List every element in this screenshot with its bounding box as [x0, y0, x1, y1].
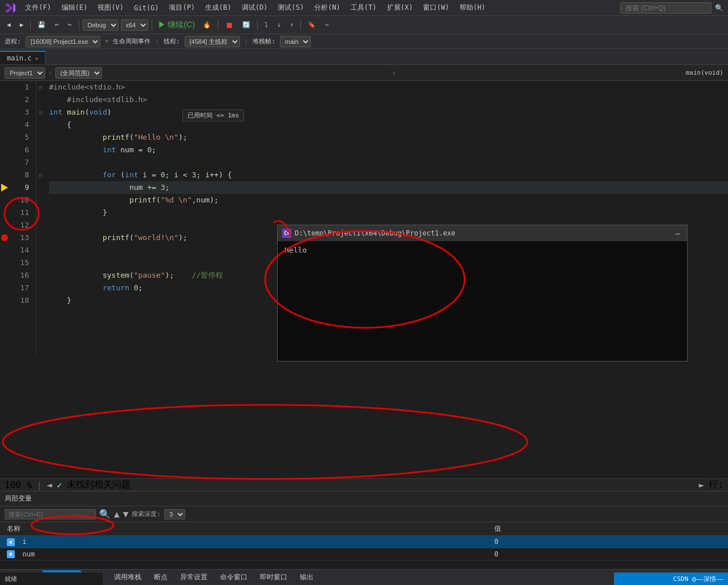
bottom-status-left: 就绪: [0, 572, 103, 585]
console-body: Hello: [278, 241, 687, 361]
code-line-8: for (int i = 0; i < 3; i++) {: [49, 169, 728, 181]
bp-empty-12: [0, 219, 9, 231]
menu-analyze[interactable]: 分析(N): [310, 2, 345, 14]
ln-11: 11: [14, 206, 29, 219]
sort-down-icon[interactable]: ▼: [123, 509, 129, 519]
tab-breakpoints[interactable]: 断点: [148, 570, 173, 584]
ln-17: 17: [14, 282, 29, 294]
depth-label: 搜索深度:: [132, 510, 161, 518]
console-minimize-icon[interactable]: —: [673, 229, 682, 238]
menu-extensions[interactable]: 扩展(X): [383, 2, 418, 14]
code-line-2: #include<stdlib.h>: [49, 94, 728, 106]
bp-empty-14: [0, 244, 9, 257]
toolbar: ◀ ▶ 💾 ↩ ↪ Debug x64 ▶ 继续(C) 🔥 ⏹ 🔄 ⤵ ↓ ↑ …: [0, 16, 728, 34]
path-arrow-icon: ›: [47, 67, 53, 78]
ln-16: 16: [14, 269, 29, 282]
toolbar-restart-btn[interactable]: 🔄: [239, 20, 254, 30]
menu-bar: 文件(F) 编辑(E) 视图(V) Git(G) 项目(P) 生成(B) 调试(…: [0, 0, 728, 16]
bp-empty-18: [0, 294, 9, 307]
bp-empty-2: [0, 94, 9, 106]
toolbar-back-btn[interactable]: ◀: [3, 20, 14, 30]
fold-3[interactable]: ⊟: [36, 106, 44, 119]
arch-select[interactable]: x64: [121, 19, 148, 31]
menu-window[interactable]: 窗口(W): [418, 2, 454, 14]
toolbar-bookmark-btn[interactable]: 🔖: [304, 20, 319, 30]
process-bar: 进程: [16008] Project1.exe ▼ 生命周期事件 | 线程: …: [0, 34, 728, 49]
debug-config-select[interactable]: Debug: [83, 19, 119, 31]
ln-15: 15: [14, 257, 29, 269]
toolbar-stop-btn[interactable]: ⏹: [222, 19, 237, 31]
status-arrow-right[interactable]: ►: [699, 480, 705, 490]
toolbar-step-out-btn[interactable]: ↑: [286, 20, 297, 30]
fold-1[interactable]: ⊟: [36, 81, 44, 94]
menu-view[interactable]: 视图(V): [93, 2, 128, 14]
tab-output[interactable]: 输出: [294, 570, 319, 584]
menu-file[interactable]: 文件(F): [21, 2, 56, 14]
locals-table: 名称 值 ▣ i 0 ▣ num 0: [0, 522, 728, 560]
ln-12: 12: [14, 219, 29, 231]
depth-select[interactable]: 3: [164, 509, 185, 519]
toolbar-step-into-btn[interactable]: ↓: [274, 20, 284, 30]
menu-build[interactable]: 生成(B): [201, 2, 236, 14]
var-icon-num: ▣: [7, 550, 15, 558]
console-output: Hello: [284, 246, 307, 254]
locals-row-num: ▣ num 0: [0, 548, 728, 560]
menu-debug[interactable]: 调试(D): [237, 2, 273, 14]
tab-close-icon[interactable]: ✕: [35, 55, 38, 62]
fold-5: [36, 131, 44, 144]
var-value-num: 0: [487, 548, 728, 560]
toolbar-undo-btn[interactable]: ↩: [51, 20, 62, 30]
project-select[interactable]: Project1: [5, 67, 45, 79]
bp-empty-6: [0, 144, 9, 156]
var-icon-i: ▣: [7, 538, 15, 546]
bp-empty-8: [0, 169, 9, 181]
tab-exception-settings[interactable]: 异常设置: [174, 570, 213, 584]
toolbar-step-over-btn[interactable]: ⤵: [261, 20, 271, 30]
menu-help[interactable]: 帮助(H): [455, 2, 490, 14]
locals-search-bar: 🔍 ▲ ▼ 搜索深度: 3: [0, 506, 728, 522]
menu-project[interactable]: 项目(P): [164, 2, 200, 14]
toolbar-more-btn[interactable]: ⋯: [322, 20, 332, 30]
code-line-10: printf("%d \n",num);: [49, 194, 728, 206]
tab-main-c[interactable]: main.c ✕: [0, 51, 46, 64]
breakpoint-area: [0, 81, 9, 355]
fold-16: [36, 269, 44, 282]
process-select[interactable]: [16008] Project1.exe: [26, 36, 100, 47]
code-line-5: printf("Hello \n");: [49, 131, 728, 144]
status-arrow-left[interactable]: ◄: [47, 480, 52, 490]
ln-8: 8: [14, 169, 29, 181]
toolbar-save-btn[interactable]: 💾: [34, 20, 49, 30]
zoom-level: 100 %: [5, 480, 32, 490]
console-title-text: D:\temp\Project1\x64\Debug\Project1.exe: [295, 229, 670, 237]
scope-select[interactable]: (全局范围): [55, 67, 102, 79]
bp-empty-10: [0, 194, 9, 206]
thread-select[interactable]: [4584] 主线程: [185, 36, 240, 47]
fold-8[interactable]: ⊟: [36, 169, 44, 181]
tab-call-stack[interactable]: 调用堆栈: [108, 570, 147, 584]
locals-panel: 局部变量 🔍 ▲ ▼ 搜索深度: 3 名称 值 ▣ i 0: [0, 491, 728, 585]
status-check-icon: ✓: [56, 480, 62, 490]
stack-select[interactable]: main: [280, 36, 311, 47]
breakpoint-dot-13: [1, 234, 8, 241]
continue-button[interactable]: ▶ 继续(C): [156, 19, 197, 31]
bp-empty-17: [0, 282, 9, 294]
menu-edit[interactable]: 编辑(E): [57, 2, 92, 14]
sort-up-icon[interactable]: ▲: [114, 509, 120, 519]
fold-10: [36, 194, 44, 206]
menu-test[interactable]: 测试(S): [273, 2, 308, 14]
toolbar-fwd-btn[interactable]: ▶: [17, 20, 27, 30]
toolbar-fire-btn[interactable]: 🔥: [200, 20, 214, 30]
menu-tools[interactable]: 工具(T): [346, 2, 381, 14]
tab-immediate[interactable]: 即时窗口: [254, 570, 293, 584]
bp-empty-4: [0, 119, 9, 131]
current-line-arrow: [1, 184, 8, 192]
svg-point-2: [3, 405, 527, 479]
menu-git[interactable]: Git(G): [129, 3, 163, 13]
bp-line-13: [0, 231, 9, 244]
menu-search-input[interactable]: [620, 2, 711, 14]
code-line-7: [49, 156, 728, 169]
toolbar-sep-2: [79, 20, 79, 30]
locals-search-input[interactable]: [5, 509, 96, 519]
toolbar-redo-btn[interactable]: ↪: [64, 20, 75, 30]
tab-command[interactable]: 命令窗口: [214, 570, 253, 584]
